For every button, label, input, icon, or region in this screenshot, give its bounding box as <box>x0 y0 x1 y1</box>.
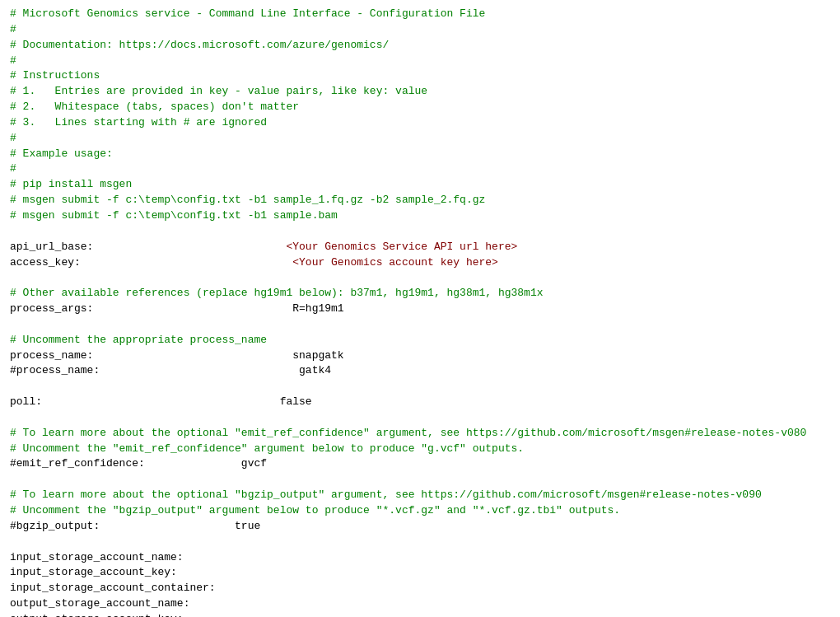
code-line: input_storage_account_key: <box>10 565 830 581</box>
code-line <box>10 317 830 333</box>
code-line: process_args: R=hg19m1 <box>10 301 830 317</box>
code-line: #emit_ref_confidence: gvcf <box>10 456 830 472</box>
code-line: # <box>10 54 830 69</box>
code-line: # <box>10 22 830 38</box>
code-line: # Other available references (replace hg… <box>10 286 830 301</box>
code-line: # Uncomment the appropriate process_name <box>10 333 830 348</box>
code-line: api_url_base: <Your Genomics Service API… <box>10 240 830 255</box>
code-line: #process_name: gatk4 <box>10 363 830 379</box>
code-line: input_storage_account_container: <box>10 581 830 596</box>
code-line: process_name: snapgatk <box>10 348 830 364</box>
code-line <box>10 410 830 426</box>
code-line <box>10 379 830 395</box>
code-line: # Documentation: https://docs.microsoft.… <box>10 38 830 54</box>
code-line: # Example usage: <box>10 147 830 162</box>
code-line: # To learn more about the optional "bgzi… <box>10 488 830 503</box>
code-line: # <box>10 131 830 147</box>
code-line <box>10 535 830 550</box>
code-line: output_storage_account_name: <box>10 596 830 612</box>
code-line: # Uncomment the "emit_ref_confidence" ar… <box>10 442 830 457</box>
code-line <box>10 270 830 286</box>
code-line: input_storage_account_name: <box>10 550 830 566</box>
code-line: #bgzip_output: true <box>10 519 830 535</box>
code-line: # pip install msgen <box>10 177 830 193</box>
code-line: poll: false <box>10 395 830 410</box>
code-line <box>10 472 830 488</box>
code-line: output_storage_account_key: <box>10 612 830 617</box>
code-line: # Uncomment the "bgzip_output" argument … <box>10 503 830 519</box>
code-line: # 1. Entries are provided in key - value… <box>10 84 830 100</box>
code-line <box>10 224 830 240</box>
code-line: access_key: <Your Genomics account key h… <box>10 255 830 271</box>
code-line: # 2. Whitespace (tabs, spaces) don't mat… <box>10 100 830 115</box>
code-line: # To learn more about the optional "emit… <box>10 426 830 442</box>
code-line: # 3. Lines starting with # are ignored <box>10 115 830 131</box>
code-line: # <box>10 161 830 177</box>
code-line: # msgen submit -f c:\temp\config.txt -b1… <box>10 208 830 224</box>
code-line: # Microsoft Genomics service - Command L… <box>10 7 830 22</box>
code-line: # msgen submit -f c:\temp\config.txt -b1… <box>10 193 830 208</box>
code-editor: # Microsoft Genomics service - Command L… <box>0 0 840 617</box>
code-line: # Instructions <box>10 68 830 84</box>
